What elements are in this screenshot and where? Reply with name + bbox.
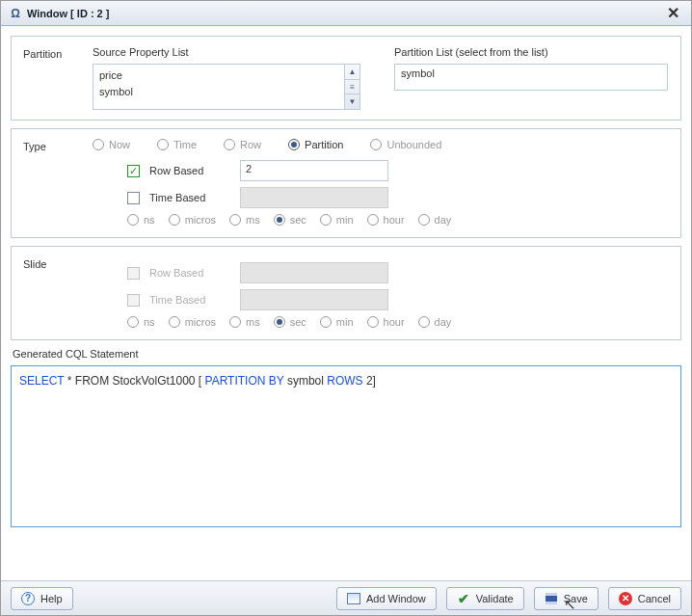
type-unit-hour[interactable]: hour xyxy=(367,214,405,226)
list-item[interactable]: symbol xyxy=(99,84,338,100)
type-radio-row: Row xyxy=(224,139,261,150)
slide-unit-day: day xyxy=(418,316,452,328)
slide-time-based-input xyxy=(240,289,388,310)
type-row-based-input[interactable]: 2 xyxy=(240,160,388,181)
close-icon[interactable]: ✕ xyxy=(663,4,683,22)
slide-time-based-checkbox xyxy=(127,294,140,307)
source-property-heading: Source Property List xyxy=(93,46,367,58)
type-unit-day[interactable]: day xyxy=(418,214,452,226)
type-unit-sec[interactable]: sec xyxy=(274,214,306,226)
title-bar: Ω Window [ ID : 2 ] ✕ xyxy=(1,1,691,26)
slide-unit-hour: hour xyxy=(367,316,405,328)
add-window-button[interactable]: Add Window xyxy=(336,587,437,610)
type-label: Type xyxy=(23,139,93,152)
type-unit-min[interactable]: min xyxy=(320,214,354,226)
list-item[interactable]: price xyxy=(99,67,338,84)
type-time-based-input xyxy=(240,187,388,208)
type-row-based-checkbox[interactable] xyxy=(127,165,140,177)
generated-cql-textarea[interactable]: SELECT * FROM StockVolGt1000 [ PARTITION… xyxy=(11,365,681,527)
type-time-based-label: Time Based xyxy=(149,192,230,203)
generated-cql-label: Generated CQL Statement xyxy=(13,348,679,360)
list-up-icon[interactable]: ▲ xyxy=(345,65,359,80)
save-button[interactable]: Save ↖ xyxy=(534,587,599,610)
footer-toolbar: ? Help Add Window ✔ Validate Save ↖ ✕ Ca… xyxy=(1,580,691,615)
cql-kw-rows: ROWS xyxy=(327,374,362,388)
slide-row-based-label: Row Based xyxy=(149,267,230,279)
type-radio-now: Now xyxy=(93,139,130,150)
validate-button[interactable]: ✔ Validate xyxy=(446,587,524,610)
type-row-based-label: Row Based xyxy=(149,165,230,176)
slide-time-based-label: Time Based xyxy=(149,294,230,306)
slide-unit-ns: ns xyxy=(127,316,155,328)
type-radio-unbounded: Unbounded xyxy=(370,139,441,150)
slide-label: Slide xyxy=(23,256,93,270)
cancel-button[interactable]: ✕ Cancel xyxy=(608,587,681,610)
partition-list-input[interactable]: symbol xyxy=(394,64,668,91)
partition-list-value: symbol xyxy=(401,67,435,79)
partition-list-heading: Partition List (select from the list) xyxy=(394,46,669,58)
save-icon xyxy=(545,592,558,605)
type-time-based-checkbox[interactable] xyxy=(127,192,140,204)
slide-row-based-input xyxy=(240,262,388,283)
cancel-icon: ✕ xyxy=(619,592,632,605)
type-unit-micros[interactable]: micros xyxy=(169,214,216,226)
slide-row-based-checkbox xyxy=(127,267,140,280)
type-panel: Type Now Time Row Partition Unbounded Ro… xyxy=(11,128,681,238)
cql-kw-partitionby: PARTITION BY xyxy=(205,374,284,388)
type-radio-partition[interactable]: Partition xyxy=(288,139,343,150)
slide-panel: Slide Row Based Time Based ns micros ms … xyxy=(11,246,681,340)
cql-kw-select: SELECT xyxy=(19,374,64,388)
partition-label: Partition xyxy=(23,46,93,60)
type-unit-ns[interactable]: ns xyxy=(127,214,155,226)
window-title: Window [ ID : 2 ] xyxy=(27,8,109,19)
slide-unit-min: min xyxy=(320,316,354,328)
type-radio-time: Time xyxy=(157,139,197,150)
partition-panel: Partition Source Property List price sym… xyxy=(11,36,681,121)
list-down-icon[interactable]: ▼ xyxy=(345,94,359,109)
help-icon: ? xyxy=(21,592,35,605)
check-icon: ✔ xyxy=(457,592,470,605)
help-button[interactable]: ? Help xyxy=(11,587,73,610)
source-property-list[interactable]: price symbol ▲ ≡ ▼ xyxy=(93,64,360,110)
omega-icon: Ω xyxy=(9,7,22,20)
window-icon xyxy=(347,592,360,605)
slide-unit-sec: sec xyxy=(274,316,306,328)
list-grip-icon[interactable]: ≡ xyxy=(345,80,359,95)
slide-unit-ms: ms xyxy=(229,316,260,328)
slide-unit-micros: micros xyxy=(169,316,216,328)
type-unit-ms[interactable]: ms xyxy=(229,214,260,226)
